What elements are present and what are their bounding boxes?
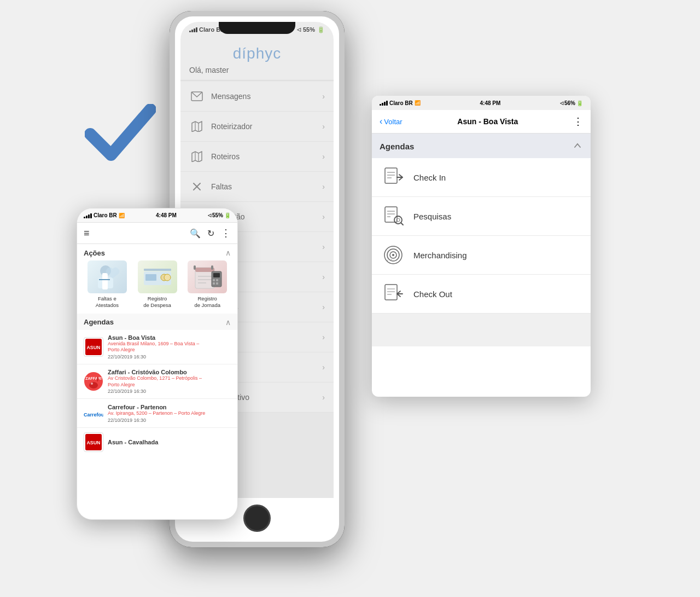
route-icon	[189, 149, 205, 164]
checkmark-decoration	[85, 104, 156, 164]
agenda-date-carrefour: 22/10/2019 16:30	[108, 418, 231, 423]
pesquisas-label: Pesquisas	[413, 212, 451, 221]
svg-rect-44	[213, 282, 215, 285]
jornada-label: Registrode Jornada	[194, 295, 220, 309]
search-icon[interactable]: 🔍	[190, 228, 201, 239]
agenda-name-carrefour: Carrefour - Partenon	[108, 404, 231, 410]
wifi-right: 📶	[415, 100, 421, 106]
nav-title: Asun - Boa Vista	[407, 117, 569, 126]
menu-label-roteirizador: Roteirizador	[211, 122, 322, 131]
more-button[interactable]: ⋮	[573, 115, 583, 127]
agenda-name-zaffari: Zaffari - Cristóvão Colombo	[108, 369, 231, 375]
arrow-icon: ›	[322, 273, 325, 281]
loc-right: ◁	[560, 101, 563, 106]
svg-rect-32	[144, 269, 171, 271]
refresh-icon[interactable]: ↻	[207, 228, 214, 239]
svg-rect-71	[385, 285, 397, 300]
map-icon	[189, 119, 205, 134]
svg-rect-36	[211, 265, 213, 270]
agendas-title-left: Agendas	[84, 318, 114, 326]
envelope-icon	[189, 89, 205, 104]
arrow-icon: ›	[322, 122, 325, 131]
location-icon: ◁	[297, 27, 301, 32]
acao-despesa[interactable]: Registrode Despesa	[134, 260, 181, 309]
svg-rect-35	[194, 265, 196, 270]
back-button[interactable]: ‹ Voltar	[380, 117, 402, 126]
acoes-title: Ações	[84, 249, 105, 257]
signal-icon-left	[84, 213, 92, 218]
checkin-item[interactable]: Check In	[372, 158, 591, 197]
agenda-address-asun: Avenida Brasil Milano, 1609 – Boa Vista …	[108, 341, 231, 353]
status-left-right: Claro BR 📶	[380, 100, 421, 106]
jornada-image	[188, 260, 227, 293]
svg-rect-43	[216, 279, 218, 281]
acoes-collapse-icon[interactable]: ∧	[225, 248, 231, 257]
agenda-asun-cavalhada[interactable]: ASUN Asun - Cavalhada	[77, 428, 237, 456]
status-right: ◁ 55% 🔋	[297, 26, 325, 33]
panel-bottom-area	[372, 314, 591, 346]
app-logo: díphyc	[189, 45, 325, 62]
agenda-carrefour[interactable]: Carrefour Carrefour - Partenon Av. Ipira…	[77, 399, 237, 428]
menu-item-faltas[interactable]: Faltas ›	[180, 172, 334, 202]
svg-text:ASUN: ASUN	[87, 345, 101, 350]
panel-right: Claro BR 📶 4:48 PM ◁ 56% 🔋 ‹ Voltar Asun…	[372, 96, 591, 397]
battery-left: ◁ 55% 🔋	[208, 212, 231, 218]
more-icon[interactable]: ⋮	[221, 227, 231, 239]
agenda-zaffari[interactable]: ZAFFARI Zaffari - Cristóvão Colombo Av C…	[77, 364, 237, 399]
battery-right: ◁ 56% 🔋	[560, 100, 583, 106]
battery-pct-right: 56%	[564, 100, 575, 106]
arrow-icon: ›	[322, 303, 325, 311]
agendas-collapse-right[interactable]	[572, 140, 583, 153]
pesquisas-item[interactable]: Pesquisas	[372, 197, 591, 236]
despesa-image	[138, 260, 177, 293]
arrow-icon: ›	[322, 152, 325, 161]
menu-item-roteirizador[interactable]: Roteirizador ›	[180, 112, 334, 142]
left-toolbar: ≡ 🔍 ↻ ⋮	[77, 223, 237, 244]
zaffari-logo: ZAFFARI	[84, 372, 103, 391]
svg-rect-41	[213, 273, 220, 277]
carrefour-logo: Carrefour	[84, 403, 103, 423]
checkout-item[interactable]: Check Out	[372, 275, 591, 314]
faltas-label: Faltas eAtestados	[96, 295, 119, 309]
agenda-name-asun: Asun - Boa Vista	[108, 334, 231, 341]
agenda-address-carrefour: Av. Ipiranga, 5200 – Partenon – Porto Al…	[108, 410, 231, 417]
merchandising-item[interactable]: Merchandising	[372, 236, 591, 275]
svg-text:Carrefour: Carrefour	[84, 412, 103, 418]
signal-icon	[189, 27, 197, 32]
carrier-left: Claro BR	[94, 212, 117, 218]
checkin-icon	[382, 166, 405, 189]
agenda-info-zaffari: Zaffari - Cristóvão Colombo Av Cristovão…	[108, 369, 231, 394]
hamburger-icon[interactable]: ≡	[84, 228, 90, 239]
agenda-asun-boavista[interactable]: ASUN Asun - Boa Vista Avenida Brasil Mil…	[77, 330, 237, 364]
svg-point-70	[392, 254, 394, 256]
arrow-icon: ›	[322, 393, 325, 402]
time-right: 4:48 PM	[480, 100, 500, 106]
agenda-address-zaffari: Av Cristovão Colombo, 1271 – Petrópolis …	[108, 375, 231, 388]
acao-jornada[interactable]: Registrode Jornada	[184, 260, 231, 309]
status-left-left: Claro BR 📶	[84, 212, 125, 218]
menu-item-mensagens[interactable]: Mensagens ›	[180, 82, 334, 112]
location-left: ◁	[208, 213, 211, 218]
svg-rect-45	[216, 282, 218, 285]
menu-item-roteiros[interactable]: Roteiros ›	[180, 142, 334, 172]
faltas-image	[88, 260, 127, 293]
agendas-title-right: Agendas	[380, 142, 414, 151]
battery-icon-left: 🔋	[224, 212, 231, 218]
home-button[interactable]	[243, 505, 271, 532]
battery-pct-left: 55%	[212, 212, 223, 218]
svg-text:ZAFFARI: ZAFFARI	[85, 376, 102, 380]
acao-faltas[interactable]: Faltas eAtestados	[84, 260, 131, 309]
svg-line-65	[401, 223, 403, 225]
arrow-icon: ›	[322, 182, 325, 191]
agendas-collapse-icon[interactable]: ∧	[225, 318, 231, 327]
toolbar-icons: 🔍 ↻ ⋮	[190, 227, 231, 239]
agenda-date-asun: 22/10/2019 16:30	[108, 354, 231, 360]
arrow-icon: ›	[322, 333, 325, 341]
agenda-info-asun: Asun - Boa Vista Avenida Brasil Milano, …	[108, 334, 231, 360]
checkout-label: Check Out	[413, 289, 452, 299]
arrow-icon: ›	[322, 363, 325, 372]
acoes-grid: Faltas eAtestados Registrode Despesa	[77, 260, 237, 314]
checkout-icon	[382, 282, 405, 305]
svg-rect-29	[145, 274, 156, 281]
greeting: Olá, master	[189, 66, 325, 74]
